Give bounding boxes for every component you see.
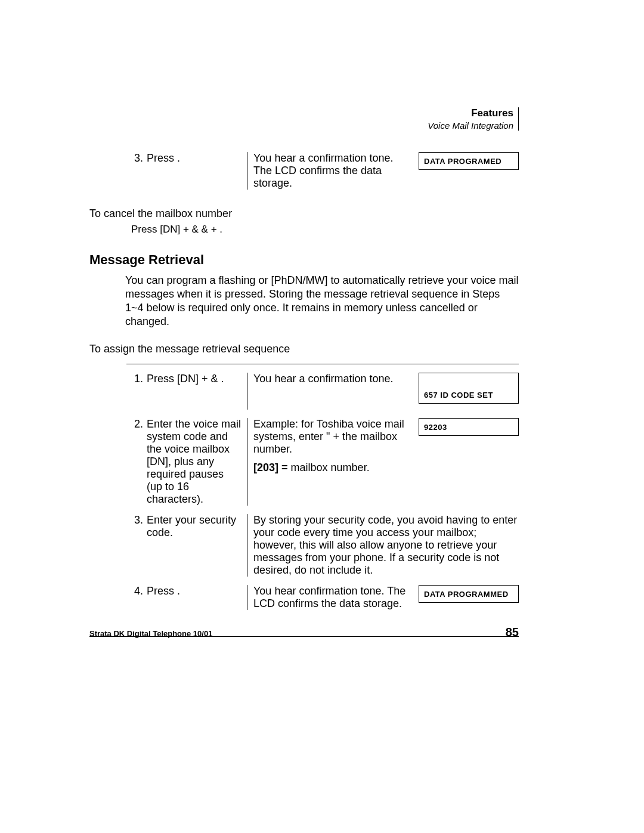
step-3-top: 3. Press . You hear a confirmation tone.… <box>126 152 519 190</box>
header-section: Voice Mail Integration <box>428 120 513 131</box>
header-chapter: Features <box>428 107 513 119</box>
page: Features Voice Mail Integration 3. Press… <box>0 0 644 833</box>
content-area: 3. Press . You hear a confirmation tone.… <box>89 152 519 637</box>
step-description: Example: for Toshiba voice mail systems,… <box>253 418 413 456</box>
step-description: You hear confirmation tone. The LCD conf… <box>253 585 413 610</box>
table-row: 1. Press [DN] + & . You hear a confirmat… <box>126 373 519 410</box>
lcd-display: 92203 <box>419 418 519 436</box>
step-number: 2. <box>126 418 147 431</box>
assign-title: To assign the message retrieval sequence <box>89 343 519 355</box>
table-row: 2. Enter the voice mail system code and … <box>126 418 519 506</box>
page-header: Features Voice Mail Integration <box>428 107 519 131</box>
table-row: 3. Press . You hear a confirmation tone.… <box>126 152 519 190</box>
page-number: 85 <box>506 625 519 639</box>
step-number: 3. <box>126 152 147 165</box>
steps-table: 1. Press [DN] + & . You hear a confirmat… <box>126 373 519 610</box>
section-paragraph: You can program a flashing or [PhDN/MW] … <box>125 274 519 329</box>
step-number: 3. <box>126 514 147 527</box>
section-title: Message Retrieval <box>89 252 519 268</box>
step-number: 1. <box>126 373 147 385</box>
table-row: 4. Press . You hear confirmation tone. T… <box>126 585 519 610</box>
lcd-display: DATA PROGRAMED <box>419 152 519 170</box>
step-description: You hear a confirmation tone. The LCD co… <box>253 152 413 190</box>
step-action: Press . <box>147 152 247 165</box>
step-action: Enter your security code. <box>147 514 247 539</box>
table-row: 3. Enter your security code. By storing … <box>126 514 519 577</box>
page-footer: Strata DK Digital Telephone 10/01 85 <box>89 625 519 639</box>
step-extra: [203] = [203] = mailbox number.mailbox n… <box>253 462 519 474</box>
step-description: By storing your security code, you avoid… <box>253 514 519 577</box>
cancel-title: To cancel the mailbox number <box>89 208 519 220</box>
step-action: Enter the voice mail system code and the… <box>147 418 247 506</box>
footer-doc-title: Strata DK Digital Telephone 10/01 <box>89 629 212 638</box>
step-action: Press . <box>147 585 247 597</box>
cancel-instruction: Press [DN] + & & + . <box>131 224 519 236</box>
step-description: You hear a confirmation tone. <box>253 373 413 385</box>
divider <box>126 364 519 364</box>
lcd-display: 657 ID CODE SET <box>419 373 519 404</box>
step-number: 4. <box>126 585 147 597</box>
step-action: Press [DN] + & . <box>147 373 247 385</box>
lcd-display: DATA PROGRAMMED <box>419 585 519 603</box>
